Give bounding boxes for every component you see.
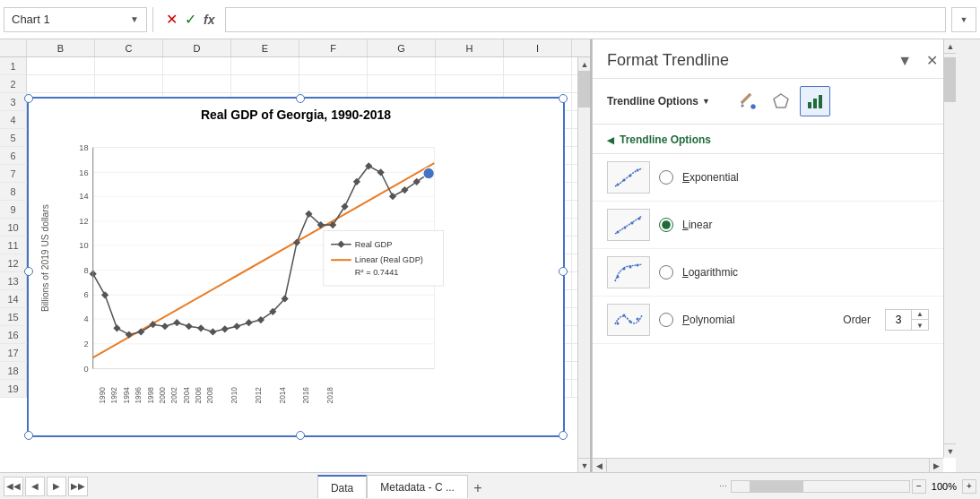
panel-hscroll-track bbox=[607, 459, 929, 472]
svg-text:14: 14 bbox=[79, 192, 88, 201]
panel-close-btn[interactable]: ✕ bbox=[923, 50, 941, 71]
svg-rect-47 bbox=[813, 99, 817, 108]
svg-text:2008: 2008 bbox=[206, 387, 214, 404]
order-arrows: ▲ ▼ bbox=[911, 309, 928, 331]
chart-inner: Real GDP of Georgia, 1990-2018 Billions … bbox=[29, 99, 563, 435]
panel-hscroll-left-btn[interactable]: ◀ bbox=[593, 459, 607, 473]
panel-dropdown-btn[interactable]: ▼ bbox=[894, 51, 915, 71]
svg-point-64 bbox=[629, 321, 632, 323]
y-axis-label: Billions of 2019 US dollars bbox=[40, 204, 50, 312]
col-header-g[interactable]: G bbox=[368, 39, 436, 56]
h-scrollbar[interactable] bbox=[731, 480, 910, 493]
trendline-option-exponential: Exponential bbox=[593, 154, 943, 202]
polynomial-order-label: Order bbox=[843, 314, 871, 326]
svg-point-49 bbox=[617, 184, 620, 186]
svg-text:2014: 2014 bbox=[279, 387, 287, 404]
linear-radio[interactable] bbox=[659, 218, 673, 232]
sheet-tab-metadata[interactable]: Metadata - C ... bbox=[367, 475, 468, 498]
horizontal-scroll-area: ⋯ − 100% + bbox=[717, 479, 976, 494]
svg-text:12: 12 bbox=[79, 217, 88, 226]
tab-nav-first-btn[interactable]: ◀◀ bbox=[4, 477, 23, 496]
zoom-out-btn[interactable]: − bbox=[912, 479, 926, 494]
name-box-dropdown-icon[interactable]: ▼ bbox=[130, 14, 139, 24]
panel-scroll-up-btn[interactable]: ▲ bbox=[944, 39, 956, 54]
formula-input[interactable] bbox=[225, 7, 946, 32]
svg-text:Real GDP: Real GDP bbox=[355, 240, 393, 249]
bar-chart-tab[interactable] bbox=[800, 86, 830, 116]
zoom-in-btn[interactable]: + bbox=[962, 479, 976, 494]
svg-text:2002: 2002 bbox=[170, 387, 178, 404]
col-header-b[interactable]: B bbox=[27, 39, 95, 56]
zoom-level: 100% bbox=[928, 479, 960, 494]
panel-scroll-down-btn[interactable]: ▼ bbox=[944, 443, 956, 458]
trendline-options-tab-label[interactable]: Trendline Options ▼ bbox=[607, 95, 710, 108]
grid-scroll-thumb[interactable] bbox=[578, 72, 590, 108]
tab-options-btn[interactable]: ⋯ bbox=[717, 480, 729, 493]
format-trendline-panel: Format Trendline ▼ ✕ Trendline Options ▼ bbox=[592, 39, 956, 472]
panel-vscroll[interactable]: ▲ ▼ bbox=[943, 39, 956, 458]
col-header-e[interactable]: E bbox=[231, 39, 299, 56]
table-row: 1 bbox=[0, 57, 590, 75]
chart-overlay[interactable]: Real GDP of Georgia, 1990-2018 Billions … bbox=[27, 97, 565, 437]
h-scrollbar-thumb[interactable] bbox=[750, 481, 803, 492]
table-row: 2 bbox=[0, 75, 590, 93]
panel-scroll-thumb[interactable] bbox=[944, 57, 956, 102]
svg-text:1990: 1990 bbox=[99, 387, 107, 404]
svg-text:2006: 2006 bbox=[195, 387, 203, 404]
tab-nav-prev-btn[interactable]: ◀ bbox=[25, 477, 45, 496]
tab-nav-next-btn[interactable]: ▶ bbox=[47, 477, 66, 496]
confirm-icon[interactable]: ✓ bbox=[185, 11, 196, 28]
logarithmic-radio[interactable] bbox=[659, 265, 673, 280]
grid-vscroll[interactable]: ▲ ▼ bbox=[577, 57, 590, 472]
formula-bar: Chart 1 ▼ ✕ ✓ fx ▼ bbox=[0, 0, 980, 39]
trendline-option-linear: Linear bbox=[593, 202, 943, 249]
linear-chart-icon bbox=[611, 211, 646, 238]
grid-scroll-up[interactable]: ▲ bbox=[578, 57, 591, 72]
panel-title: Format Trendline bbox=[607, 51, 729, 70]
col-header-f[interactable]: F bbox=[299, 39, 368, 56]
add-sheet-btn[interactable]: + bbox=[468, 478, 488, 498]
col-header-h[interactable]: H bbox=[436, 39, 504, 56]
formula-expand-btn[interactable]: ▼ bbox=[951, 7, 976, 32]
svg-text:R² = 0.7441: R² = 0.7441 bbox=[355, 268, 399, 277]
svg-point-63 bbox=[623, 314, 626, 317]
svg-point-56 bbox=[631, 222, 634, 225]
order-spinner: 3 ▲ ▼ bbox=[885, 309, 929, 331]
fx-icon[interactable]: fx bbox=[204, 13, 214, 27]
shape-effects-tab[interactable] bbox=[766, 86, 796, 116]
logarithmic-chart-icon bbox=[611, 259, 646, 286]
polynomial-radio[interactable] bbox=[659, 313, 673, 327]
trendline-options-section-header[interactable]: ◀ Trendline Options bbox=[593, 125, 943, 154]
name-box[interactable]: Chart 1 ▼ bbox=[4, 7, 147, 32]
svg-point-44 bbox=[750, 105, 755, 109]
section-header-label: Trendline Options bbox=[620, 133, 711, 146]
order-value-input[interactable]: 3 bbox=[886, 314, 911, 326]
exponential-radio[interactable] bbox=[659, 170, 673, 185]
col-header-c[interactable]: C bbox=[95, 39, 163, 56]
fill-color-tab[interactable] bbox=[732, 86, 762, 116]
sheet-tab-data[interactable]: Data bbox=[317, 475, 367, 498]
pentagon-icon bbox=[771, 91, 791, 111]
linear-icon-box bbox=[607, 209, 650, 241]
col-header-d[interactable]: D bbox=[163, 39, 231, 56]
formula-separator bbox=[152, 7, 153, 32]
svg-text:1996: 1996 bbox=[134, 387, 143, 404]
order-decrement-btn[interactable]: ▼ bbox=[912, 320, 928, 331]
svg-text:Linear (Real GDP): Linear (Real GDP) bbox=[355, 255, 423, 264]
logarithmic-label: Logarithmic bbox=[682, 266, 929, 279]
panel-icon-tabs: Trendline Options ▼ bbox=[593, 79, 956, 125]
col-header-i[interactable]: I bbox=[504, 39, 572, 56]
panel-hscroll-right-btn[interactable]: ▶ bbox=[929, 459, 943, 473]
order-increment-btn[interactable]: ▲ bbox=[912, 309, 928, 320]
section-collapse-icon: ◀ bbox=[607, 135, 614, 145]
svg-text:4: 4 bbox=[83, 314, 88, 323]
polynomial-label: Polynomial bbox=[682, 314, 834, 326]
cancel-icon[interactable]: ✕ bbox=[166, 11, 178, 28]
tab-nav-last-btn[interactable]: ▶▶ bbox=[68, 477, 88, 496]
svg-text:1992: 1992 bbox=[110, 387, 118, 404]
svg-text:18: 18 bbox=[79, 143, 88, 152]
main-area: B C D E F G H I 1 2 3 4 5 6 7 8 9 10 11 … bbox=[0, 39, 980, 472]
svg-text:2000: 2000 bbox=[159, 387, 167, 404]
panel-header-icons: ▼ ✕ bbox=[894, 50, 941, 71]
grid-scroll-down[interactable]: ▼ bbox=[578, 458, 591, 472]
